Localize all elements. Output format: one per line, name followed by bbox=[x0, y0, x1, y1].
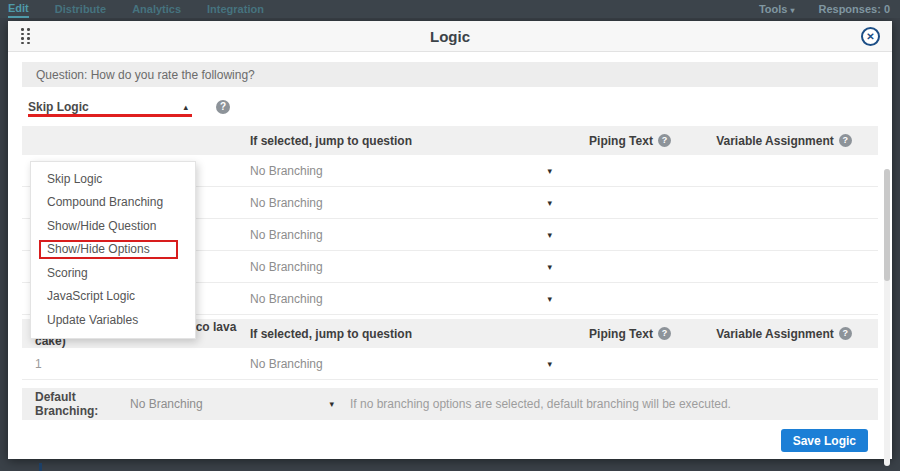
table-header: If selected, jump to question Piping Tex… bbox=[22, 126, 878, 155]
question-bar: Question: How do you rate the following? bbox=[22, 62, 878, 87]
menu-option-compound-branching[interactable]: Compound Branching bbox=[31, 191, 195, 215]
menu-option-scoring[interactable]: Scoring bbox=[31, 261, 195, 285]
responses-count: Responses: 0 bbox=[818, 3, 890, 15]
branching-select[interactable]: No Branching▾ bbox=[250, 228, 570, 242]
caret-down-icon: ▾ bbox=[547, 262, 552, 272]
drag-handle-icon[interactable] bbox=[21, 28, 31, 45]
help-icon[interactable]: ? bbox=[658, 327, 671, 340]
caret-down-icon: ▾ bbox=[547, 294, 552, 304]
tools-dropdown[interactable]: Tools▾ bbox=[759, 3, 795, 15]
help-icon[interactable]: ? bbox=[839, 134, 852, 147]
logic-type-select[interactable]: Skip Logic ▴ bbox=[28, 100, 192, 114]
branching-select[interactable]: No Branching▾ bbox=[250, 196, 570, 210]
menu-option-show-hide-question[interactable]: Show/Hide Question bbox=[31, 214, 195, 238]
caret-down-icon: ▾ bbox=[547, 230, 552, 240]
top-navigation-bar: Edit Distribute Analytics Integration To… bbox=[0, 0, 900, 18]
column-piping: Piping Text bbox=[589, 327, 653, 341]
column-jump: If selected, jump to question bbox=[250, 327, 570, 341]
help-icon[interactable]: ? bbox=[658, 134, 671, 147]
menu-option-update-variables[interactable]: Update Variables bbox=[31, 308, 195, 332]
branching-select[interactable]: No Branching▾ bbox=[250, 260, 570, 274]
caret-down-icon: ▾ bbox=[547, 359, 552, 369]
scrollbar-thumb[interactable] bbox=[884, 169, 890, 281]
modal-body: Question: How do you rate the following?… bbox=[8, 62, 892, 469]
help-icon[interactable]: ? bbox=[216, 100, 230, 114]
default-branching-label: Default Branching: bbox=[35, 390, 130, 418]
default-branching-hint: If no branching options are selected, de… bbox=[350, 397, 731, 411]
scrollbar[interactable] bbox=[884, 169, 890, 466]
help-icon[interactable]: ? bbox=[839, 327, 852, 340]
column-variable: Variable Assignment bbox=[716, 134, 834, 148]
menu-option-show-hide-options[interactable]: Show/Hide Options bbox=[31, 238, 195, 262]
menu-item-integration[interactable]: Integration bbox=[207, 1, 264, 17]
menu-option-skip-logic[interactable]: Skip Logic bbox=[31, 167, 195, 191]
save-logic-button[interactable]: Save Logic bbox=[781, 429, 868, 452]
logic-modal: Logic ✕ Question: How do you rate the fo… bbox=[8, 21, 892, 459]
modal-title: Logic bbox=[430, 28, 470, 45]
menu-item-analytics[interactable]: Analytics bbox=[132, 1, 181, 17]
caret-down-icon: ▾ bbox=[547, 198, 552, 208]
default-branching-bar: Default Branching: No Branching ▾ If no … bbox=[22, 388, 878, 420]
caret-up-icon: ▴ bbox=[183, 102, 188, 112]
red-underline-annotation bbox=[28, 114, 192, 117]
table-row: 1 No Branching▾ bbox=[22, 348, 878, 380]
menu-item-distribute[interactable]: Distribute bbox=[55, 1, 106, 17]
default-branching-select[interactable]: No Branching ▾ bbox=[130, 397, 334, 411]
question-text: Question: How do you rate the following? bbox=[36, 68, 255, 82]
caret-down-icon: ▾ bbox=[547, 166, 552, 176]
logic-type-value: Skip Logic bbox=[28, 100, 89, 114]
branching-select[interactable]: No Branching▾ bbox=[250, 164, 570, 178]
caret-down-icon: ▾ bbox=[329, 399, 334, 409]
branching-select[interactable]: No Branching▾ bbox=[250, 357, 570, 371]
logic-type-dropdown-menu: Skip Logic Compound Branching Show/Hide … bbox=[30, 161, 196, 339]
background-page-artifact bbox=[39, 463, 42, 471]
column-jump: If selected, jump to question bbox=[250, 134, 570, 148]
column-piping: Piping Text bbox=[589, 134, 653, 148]
red-highlight-box: Show/Hide Options bbox=[39, 240, 178, 259]
main-menu: Edit Distribute Analytics Integration bbox=[8, 0, 264, 18]
caret-down-icon: ▾ bbox=[790, 6, 794, 15]
column-variable: Variable Assignment bbox=[716, 327, 834, 341]
close-icon[interactable]: ✕ bbox=[861, 27, 880, 46]
branching-select[interactable]: No Branching▾ bbox=[250, 292, 570, 306]
menu-item-edit[interactable]: Edit bbox=[8, 0, 29, 18]
modal-header: Logic ✕ bbox=[8, 21, 892, 52]
menu-option-javascript-logic[interactable]: JavaScript Logic bbox=[31, 285, 195, 309]
row-number: 1 bbox=[22, 357, 250, 371]
